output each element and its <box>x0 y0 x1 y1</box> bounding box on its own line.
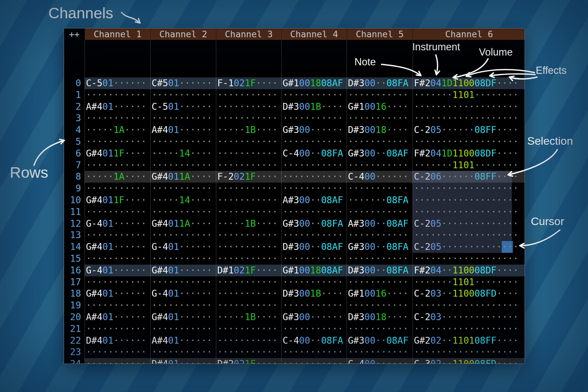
pattern-cell-r13-c6[interactable]: ··················· <box>413 229 525 241</box>
pattern-cell-r0-c6[interactable]: F#2041D110008DF···· <box>413 77 525 89</box>
pattern-cell-r21-c3[interactable]: ··········· <box>216 323 281 335</box>
pattern-cell-r18-c3[interactable]: ··········· <box>216 288 281 300</box>
pattern-cell-r14-c6[interactable]: C-205·············· <box>413 241 525 253</box>
pattern-cell-r5-c2[interactable]: ··········· <box>150 136 216 148</box>
pattern-cell-r20-c5[interactable]: D#30018···· <box>347 311 413 323</box>
pattern-cell-r14-c2[interactable]: G-401······ <box>150 241 216 253</box>
channel-header-1[interactable]: Channel 1 <box>85 28 150 40</box>
pattern-cell-r1-c3[interactable]: ··········· <box>216 89 281 101</box>
pattern-cell-r4-c5[interactable]: D#30018···· <box>347 124 413 136</box>
pattern-cell-r8-c4[interactable]: ··········· <box>281 171 347 183</box>
pattern-cell-r3-c1[interactable]: ··········· <box>85 112 150 124</box>
pattern-cell-r13-c5[interactable]: ··········· <box>347 229 413 241</box>
pattern-cell-r9-c4[interactable]: ··········· <box>281 183 347 194</box>
pattern-cell-r17-c5[interactable]: ··········· <box>347 276 413 288</box>
pattern-cell-r12-c3[interactable]: ·····1B···· <box>216 218 281 230</box>
pattern-cell-r24-c1[interactable]: ··········· <box>85 358 150 364</box>
pattern-cell-r15-c3[interactable]: ··········· <box>216 253 281 265</box>
pattern-cell-r8-c5[interactable]: C-400······ <box>347 171 413 183</box>
pattern-cell-r10-c6[interactable]: ··················· <box>413 194 525 206</box>
pattern-cell-r11-c1[interactable]: ··········· <box>85 206 150 218</box>
pattern-cell-r18-c5[interactable]: G#10016···· <box>347 288 413 300</box>
pattern-cell-r6-c4[interactable]: C-400··08FA <box>281 148 347 159</box>
pattern-cell-r8-c6[interactable]: C-206······08FF···· <box>413 171 525 183</box>
pattern-cell-r3-c5[interactable]: ··········· <box>347 112 413 124</box>
pattern-cell-r12-c6[interactable]: C-205·············· <box>413 218 525 230</box>
pattern-corner-cell[interactable]: ++ <box>64 28 85 40</box>
pattern-cell-r17-c1[interactable]: ··········· <box>85 276 150 288</box>
pattern-cell-r14-c4[interactable]: D#300··08AF <box>281 241 347 253</box>
pattern-cell-r6-c2[interactable]: ·····14···· <box>150 148 216 159</box>
pattern-cell-r17-c4[interactable]: ··········· <box>281 276 347 288</box>
pattern-cell-r7-c3[interactable]: ··········· <box>216 159 281 171</box>
pattern-cell-r22-c3[interactable]: ··········· <box>216 335 281 347</box>
pattern-cell-r14-c3[interactable]: ··········· <box>216 241 281 253</box>
pattern-cell-r19-c6[interactable]: ··················· <box>413 300 525 311</box>
pattern-cell-r23-c1[interactable]: ··········· <box>85 346 150 358</box>
pattern-cell-r20-c6[interactable]: C-203·············· <box>413 311 525 323</box>
pattern-cell-r19-c4[interactable]: ··········· <box>281 300 347 311</box>
pattern-cell-r23-c5[interactable]: ··········· <box>347 346 413 358</box>
pattern-cell-r13-c3[interactable]: ··········· <box>216 229 281 241</box>
pattern-cell-r5-c5[interactable]: ··········· <box>347 136 413 148</box>
pattern-cell-r10-c5[interactable]: ·······08FA <box>347 194 413 206</box>
pattern-cell-r10-c2[interactable]: ·····14···· <box>150 194 216 206</box>
pattern-cell-r5-c6[interactable]: ··················· <box>413 136 525 148</box>
pattern-cell-r22-c1[interactable]: D#401······ <box>85 335 150 347</box>
pattern-cell-r19-c5[interactable]: ··········· <box>347 300 413 311</box>
pattern-cell-r9-c1[interactable]: ··········· <box>85 183 150 194</box>
pattern-cell-r7-c5[interactable]: ··········· <box>347 159 413 171</box>
pattern-cell-r11-c6[interactable]: ··················· <box>413 206 525 218</box>
pattern-cell-r19-c1[interactable]: ··········· <box>85 300 150 311</box>
channel-header-5[interactable]: Channel 5 <box>347 28 413 40</box>
pattern-cell-r9-c5[interactable]: ··········· <box>347 183 413 194</box>
pattern-cell-r12-c5[interactable]: A#300··08AF <box>347 218 413 230</box>
pattern-cell-r18-c4[interactable]: D#3001B···· <box>281 288 347 300</box>
pattern-cell-r0-c3[interactable]: F-1021F···· <box>216 77 281 89</box>
pattern-cell-r12-c2[interactable]: G#4011A···· <box>150 218 216 230</box>
pattern-cell-r15-c6[interactable]: ··················· <box>413 253 525 265</box>
channel-header-6[interactable]: Channel 6 <box>413 28 525 40</box>
pattern-cell-r1-c1[interactable]: ··········· <box>85 89 150 101</box>
pattern-cell-r17-c3[interactable]: ··········· <box>216 276 281 288</box>
pattern-cell-r16-c3[interactable]: D#1021F···· <box>216 265 281 276</box>
pattern-cell-r1-c5[interactable]: ··········· <box>347 89 413 101</box>
pattern-cell-r16-c2[interactable]: G#401······ <box>150 265 216 276</box>
pattern-cell-r10-c4[interactable]: A#300··08AF <box>281 194 347 206</box>
pattern-cell-r19-c2[interactable]: ··········· <box>150 300 216 311</box>
pattern-cell-r10-c3[interactable]: ··········· <box>216 194 281 206</box>
pattern-cell-r3-c2[interactable]: ··········· <box>150 112 216 124</box>
pattern-cell-r7-c2[interactable]: ··········· <box>150 159 216 171</box>
pattern-cell-r24-c2[interactable]: D#401······ <box>150 358 216 364</box>
pattern-cell-r8-c2[interactable]: G#4011A···· <box>150 171 216 183</box>
pattern-cell-r15-c5[interactable]: ··········· <box>347 253 413 265</box>
pattern-cell-r8-c3[interactable]: F-2021F···· <box>216 171 281 183</box>
pattern-cell-r23-c2[interactable]: ··········· <box>150 346 216 358</box>
pattern-cell-r4-c6[interactable]: C-205······08FF···· <box>413 124 525 136</box>
pattern-cell-r9-c6[interactable]: ··················· <box>413 183 525 194</box>
pattern-cell-r23-c3[interactable]: ··········· <box>216 346 281 358</box>
pattern-cell-r15-c1[interactable]: ··········· <box>85 253 150 265</box>
pattern-cell-r3-c4[interactable]: ··········· <box>281 112 347 124</box>
pattern-cell-r17-c6[interactable]: ·······1101········ <box>413 276 525 288</box>
pattern-cell-r16-c6[interactable]: F#204··110008DF···· <box>413 265 525 276</box>
pattern-cell-r12-c4[interactable]: G#300··08FA <box>281 218 347 230</box>
pattern-cell-r0-c5[interactable]: D#300··08FA <box>347 77 413 89</box>
pattern-cell-r7-c1[interactable]: ··········· <box>85 159 150 171</box>
pattern-cell-r4-c1[interactable]: ·····1A···· <box>85 124 150 136</box>
pattern-cell-r24-c6[interactable]: C-302··110008FD···· <box>413 358 525 364</box>
pattern-cell-r11-c3[interactable]: ··········· <box>216 206 281 218</box>
pattern-cell-r24-c5[interactable]: C-400······ <box>347 358 413 364</box>
pattern-cell-r6-c5[interactable]: G#300··08AF <box>347 148 413 159</box>
pattern-cell-r16-c1[interactable]: G-401······ <box>85 265 150 276</box>
pattern-cell-r17-c2[interactable]: ··········· <box>150 276 216 288</box>
pattern-cell-r4-c3[interactable]: ·····1B···· <box>216 124 281 136</box>
pattern-cell-r0-c2[interactable]: C#501······ <box>150 77 216 89</box>
pattern-cell-r19-c3[interactable]: ··········· <box>216 300 281 311</box>
pattern-cell-r15-c2[interactable]: ··········· <box>150 253 216 265</box>
pattern-cell-r12-c1[interactable]: G-401······ <box>85 218 150 230</box>
pattern-cell-r14-c5[interactable]: G#300··08FA <box>347 241 413 253</box>
pattern-cell-r21-c4[interactable]: ··········· <box>281 323 347 335</box>
pattern-cell-r2-c3[interactable]: ··········· <box>216 101 281 113</box>
channel-header-4[interactable]: Channel 4 <box>281 28 347 40</box>
